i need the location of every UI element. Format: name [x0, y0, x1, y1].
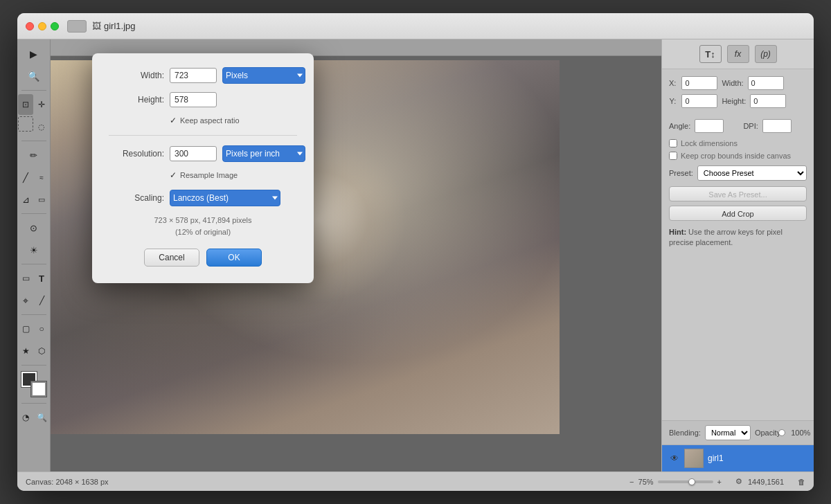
resolution-unit-select[interactable]: Pixels per inch — [222, 145, 305, 162]
layer-name: girl1 — [708, 453, 724, 463]
resolution-input[interactable] — [170, 146, 217, 161]
zoom-plus[interactable]: + — [717, 478, 722, 486]
separator-3 — [21, 213, 46, 214]
bucket-tool[interactable]: ⊿ — [18, 189, 33, 210]
dialog-divider — [109, 135, 297, 136]
path-tool[interactable]: ⌖ — [18, 290, 33, 311]
height-label: Height: — [109, 95, 164, 105]
ellipse-select-tool[interactable]: ◌ — [34, 116, 49, 137]
maximize-button[interactable] — [51, 22, 59, 30]
zoom-tool[interactable]: 🔍 — [24, 66, 44, 87]
keep-crop-checkbox[interactable] — [669, 152, 677, 160]
keep-aspect-row: ✓ Keep aspect ratio — [170, 116, 297, 125]
status-bar: Canvas: 2048 × 1638 px − 75% + ⚙ 1449,15… — [17, 471, 814, 491]
heal-tool[interactable]: ≈ — [34, 167, 49, 188]
zoom-minus[interactable]: − — [629, 478, 634, 486]
ok-button[interactable]: OK — [206, 249, 262, 267]
vector-tools: ⌖ ╱ — [18, 290, 49, 311]
zoom-slider[interactable] — [658, 480, 713, 483]
left-toolbar: ▶ 🔍 ⊡ ✛ ◌ ✏ ╱ ≈ ⊿ ▭ ⊙ ☀ — [17, 39, 51, 471]
p-icon-btn[interactable]: (p) — [755, 45, 777, 63]
fx-icon-btn[interactable]: fx — [727, 45, 749, 63]
ellipse-shape-tool[interactable]: ○ — [34, 318, 49, 339]
dodge-tool[interactable]: ⊙ — [24, 217, 44, 238]
rect-tool[interactable]: ▭ — [18, 268, 33, 289]
angle-input[interactable] — [695, 119, 724, 133]
sidebar-toggle[interactable] — [67, 20, 87, 33]
dpi-input[interactable] — [762, 119, 792, 133]
color-picker-tool[interactable]: ◔ — [18, 407, 33, 428]
star-tool[interactable]: ★ — [18, 341, 33, 361]
text-icon-btn[interactable]: T↕ — [699, 45, 722, 63]
cancel-button[interactable]: Cancel — [144, 249, 199, 267]
polygon-tool[interactable]: ⬡ — [34, 341, 49, 361]
paint-tool[interactable]: ╱ — [18, 167, 33, 188]
node-tool[interactable]: ╱ — [34, 290, 49, 311]
scale-dialog: Width: Pixels Height: — [92, 53, 314, 283]
blending-label: Blending: — [669, 429, 701, 437]
height-input[interactable] — [170, 92, 217, 107]
resample-check: ✓ — [170, 170, 177, 180]
resample-label: Resample Image — [180, 171, 238, 179]
minimize-button[interactable] — [38, 22, 46, 30]
add-crop-button[interactable]: Add Crop — [669, 206, 807, 221]
blending-select[interactable]: Normal — [705, 425, 751, 440]
angle-dpi-row: Angle: DPI: — [662, 115, 814, 137]
perspective-tool[interactable]: ✛ — [34, 94, 49, 115]
zoom-out-tool[interactable]: 🔍 — [34, 407, 49, 428]
dialog-info-line2: (12% of original) — [109, 226, 297, 238]
close-button[interactable] — [26, 22, 34, 30]
blur-tool[interactable]: ☀ — [24, 240, 44, 260]
background-color[interactable] — [31, 381, 46, 397]
resolution-unit-wrapper: Pixels per inch — [222, 145, 305, 162]
paint-tools: ╱ ≈ — [18, 167, 49, 188]
selection-tools: ◌ — [18, 116, 49, 137]
scaling-wrapper: Lanczos (Best) — [170, 190, 280, 206]
width-label: Width: — [109, 71, 164, 80]
panel-toolbar: T↕ fx (p) — [662, 39, 814, 69]
canvas-info: Canvas: 2048 × 1638 px — [26, 478, 629, 486]
hint-area: Hint: Use the arrow keys for pixel preci… — [662, 223, 814, 253]
color-indicator[interactable] — [21, 372, 46, 397]
x-label: X: — [669, 79, 676, 87]
dialog-info: 723 × 578 px, 417,894 pixels (12% of ori… — [109, 215, 297, 237]
separator-1 — [21, 90, 46, 91]
text-tool[interactable]: T — [34, 268, 49, 289]
canvas-area[interactable]: Width: Pixels Height: — [51, 39, 661, 471]
height-input-right[interactable] — [750, 94, 786, 108]
crop-tool[interactable]: ⊡ — [18, 94, 33, 115]
gradient-tool[interactable]: ▭ — [34, 189, 49, 210]
width-input[interactable] — [748, 76, 784, 90]
separator-6 — [21, 365, 46, 366]
gear-icon[interactable]: ⚙ — [735, 477, 742, 486]
rect-select-tool[interactable] — [18, 116, 33, 132]
y-input[interactable] — [681, 94, 717, 108]
coord-display: 1449,1561 — [748, 478, 784, 486]
window-title: girl1.jpg — [104, 21, 136, 31]
rect-shape-tool[interactable]: ▢ — [18, 318, 33, 339]
save-preset-button[interactable]: Save As Preset... — [669, 186, 807, 201]
layer-visibility-toggle[interactable]: 👁 — [669, 453, 680, 464]
width-unit-select[interactable]: Pixels — [222, 67, 305, 84]
opacity-value: 100% — [791, 429, 810, 437]
shape-tools: ▭ T — [18, 268, 49, 289]
scaling-row: Scaling: Lanczos (Best) — [109, 190, 297, 206]
preset-select[interactable]: Choose Preset — [697, 165, 807, 181]
layer-thumbnail — [684, 449, 704, 468]
preset-row: Preset: Choose Preset — [662, 162, 814, 184]
lock-dimensions-checkbox[interactable] — [669, 139, 677, 147]
main-content: ▶ 🔍 ⊡ ✛ ◌ ✏ ╱ ≈ ⊿ ▭ ⊙ ☀ — [17, 39, 814, 471]
trash-icon[interactable]: 🗑 — [798, 478, 805, 486]
pencil-tool[interactable]: ✏ — [24, 145, 44, 165]
width-input[interactable] — [170, 68, 217, 83]
misc-tools: ◔ 🔍 — [18, 407, 49, 428]
layer-item[interactable]: 👁 girl1 — [662, 444, 814, 471]
selection-tool[interactable]: ▶ — [24, 44, 44, 64]
height-row: Height: — [109, 92, 297, 107]
y-row: Height: — [681, 94, 807, 108]
width-field-label: Width: — [722, 79, 743, 87]
separator-2 — [21, 141, 46, 141]
scaling-select[interactable]: Lanczos (Best) — [170, 190, 280, 206]
star-tools: ★ ⬡ — [18, 341, 49, 361]
x-input[interactable] — [681, 76, 717, 90]
